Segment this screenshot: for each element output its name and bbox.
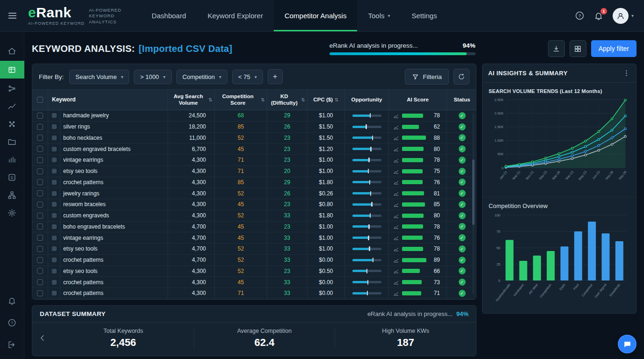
- help-button[interactable]: ?: [575, 11, 585, 21]
- filter-dropdown-search-volume[interactable]: Search Volume▾: [69, 70, 129, 84]
- ai-score-value: 78: [434, 157, 444, 163]
- filter-dropdown-75[interactable]: < 75▾: [232, 70, 263, 84]
- svg-text:Competition: Competition: [539, 283, 553, 299]
- row-checkbox[interactable]: [37, 179, 43, 185]
- refresh-icon: [458, 73, 465, 80]
- row-checkbox[interactable]: [37, 223, 43, 230]
- scrollbar-thumb[interactable]: [472, 159, 475, 225]
- table-row[interactable]: vintage earrings4,7004533$1.0076✓: [32, 232, 476, 244]
- filteria-button[interactable]: Filteria: [405, 69, 449, 85]
- filter-dropdown-competition[interactable]: Competition▾: [176, 70, 227, 84]
- trend-icon: [7, 102, 16, 111]
- sidebar-item-share[interactable]: [4, 80, 21, 96]
- sort-icon[interactable]: ⇅: [261, 97, 265, 103]
- table-row[interactable]: etsy seo tools4,3007120$1.0075✓: [32, 166, 476, 177]
- table-row[interactable]: crochet patterns4,3008529$1.8076✓: [32, 177, 476, 188]
- add-filter-button[interactable]: +: [268, 69, 283, 84]
- sidebar-item-trend[interactable]: [4, 98, 21, 114]
- filter-dropdown-1000[interactable]: > 1000▾: [134, 70, 171, 84]
- sidebar-item-home[interactable]: [4, 43, 21, 59]
- table-row[interactable]: boho necklaces11,0005223$1.5088✓: [32, 133, 476, 144]
- grid4-button[interactable]: [570, 40, 586, 57]
- ai-score-chart-icon: [393, 168, 399, 174]
- collapse-summary-button[interactable]: [32, 334, 53, 342]
- row-checkbox[interactable]: [37, 113, 43, 119]
- svg-text:Mar-21: Mar-21: [512, 170, 521, 180]
- table-row[interactable]: jewelry rarings4,3005226$0.2681✓: [32, 188, 476, 199]
- chat-button[interactable]: [618, 335, 637, 353]
- ai-score-bar: [402, 224, 423, 229]
- table-row[interactable]: silver rings18,2008526$1.5062✓: [32, 122, 476, 133]
- download-button[interactable]: [548, 40, 565, 57]
- row-checkbox[interactable]: [37, 190, 43, 196]
- row-checkbox[interactable]: [37, 257, 43, 263]
- row-checkbox[interactable]: [37, 135, 43, 141]
- table-row[interactable]: crochet patterns4,7005233$0.0089✓: [32, 255, 476, 266]
- sidebar-item-folder[interactable]: [4, 134, 21, 150]
- row-checkbox[interactable]: [37, 235, 43, 241]
- sidebar-item-hierarchy[interactable]: [4, 187, 21, 203]
- table-row[interactable]: boho engraved bracelets4,7004523$1.0078✓: [32, 222, 476, 233]
- mini-chart-icon: [393, 113, 399, 119]
- col-header-competition-score[interactable]: Competition Score⇅: [215, 90, 267, 110]
- col-header-ai-score[interactable]: AI Score: [389, 90, 447, 110]
- user-menu[interactable]: ▾: [613, 8, 634, 24]
- select-all-checkbox[interactable]: [37, 97, 43, 103]
- sidebar-item-table[interactable]: [0, 61, 24, 79]
- row-checkbox[interactable]: [37, 246, 43, 252]
- notifications-button[interactable]: 1: [594, 11, 603, 21]
- sidebar-bottom-bell[interactable]: [4, 293, 21, 309]
- sort-icon[interactable]: ⇅: [335, 97, 338, 103]
- row-checkbox[interactable]: [37, 279, 43, 285]
- table-scrollbar[interactable]: [472, 113, 475, 294]
- table-row[interactable]: custom engraveds4,3005233$1.8080✓: [32, 210, 476, 222]
- brand-subtitle: AI-POWERED KEYWORD: [28, 21, 85, 26]
- sort-icon[interactable]: ⇅: [301, 97, 305, 103]
- row-checkbox[interactable]: [37, 146, 43, 152]
- table-row[interactable]: handmade jewelry24,5006829$1.0078✓: [32, 110, 476, 122]
- table-row[interactable]: vintage earrings4,3007123$1.0078✓: [32, 155, 476, 166]
- row-checkbox[interactable]: [37, 168, 43, 174]
- sidebar-item-nodes-x[interactable]: [4, 116, 21, 132]
- row-checkbox[interactable]: [37, 157, 43, 163]
- apply-filter-button[interactable]: Apply filter: [591, 40, 637, 57]
- menu-button[interactable]: [0, 0, 24, 32]
- col-header-keyword[interactable]: Keyword: [48, 90, 168, 110]
- competition-cell: 52: [215, 210, 267, 221]
- sidebar-bottom-help[interactable]: ?: [4, 315, 21, 330]
- keyword-cell: custom engraved bracelets: [60, 144, 168, 154]
- panel-menu-button[interactable]: [622, 69, 630, 77]
- sidebar-item-bars[interactable]: [4, 151, 21, 167]
- table-row[interactable]: etsy seo tools4,3005223$0.5066✓: [32, 266, 476, 277]
- col-header-kd-difficulty[interactable]: KD (Difficulty)⇅: [267, 90, 307, 110]
- sort-icon[interactable]: ⇅: [209, 97, 212, 103]
- nav-tab-competitor-analysis[interactable]: Competitor Analysis: [274, 0, 358, 31]
- gear-icon: [7, 208, 16, 217]
- table-row[interactable]: etsy seo tools4,7005233$1.0078✓: [32, 244, 476, 255]
- nav-tab-keyword-explorer[interactable]: Keyword Explorer: [197, 0, 274, 31]
- row-checkbox[interactable]: [37, 124, 43, 130]
- logo[interactable]: eRank AI-POWERED KEYWORD AI-POWEREDKEYWO…: [28, 6, 121, 26]
- row-checkbox[interactable]: [37, 290, 43, 296]
- nav-tab-settings[interactable]: Settings: [401, 0, 448, 31]
- ai-score-bar: [402, 125, 419, 129]
- col-header-avg-search-volume[interactable]: Avg Search Volume⇅: [168, 90, 215, 110]
- row-checkbox[interactable]: [37, 201, 43, 208]
- keyword-type-icon: [51, 191, 57, 196]
- sidebar-bottom-logout[interactable]: [4, 337, 21, 352]
- nav-tab-tools[interactable]: Tools▾: [357, 0, 401, 31]
- table-row[interactable]: crochet patterns4,3004533$0.0073✓: [32, 277, 476, 288]
- row-checkbox[interactable]: [37, 268, 43, 274]
- table-row[interactable]: custom engraved bracelets6,7004523$1.208…: [32, 144, 476, 155]
- table-row[interactable]: reswom braceles4,3004523$0.8085✓: [32, 199, 476, 210]
- table-row[interactable]: crochet patterns4,3007133$0.0071✓: [32, 288, 476, 299]
- sidebar-item-gear[interactable]: [4, 205, 21, 221]
- col-header-opportunity[interactable]: Opportunity: [345, 90, 389, 110]
- nav-tab-dashboard[interactable]: Dashboard: [141, 0, 197, 31]
- row-checkbox[interactable]: [37, 213, 43, 219]
- col-header-cpc[interactable]: CPC ($)⇅: [307, 90, 345, 110]
- opportunity-cell: [345, 122, 389, 132]
- refresh-button[interactable]: [454, 69, 469, 85]
- sidebar-item-s-badge[interactable]: S: [4, 169, 21, 185]
- col-header-status[interactable]: Status: [447, 90, 476, 110]
